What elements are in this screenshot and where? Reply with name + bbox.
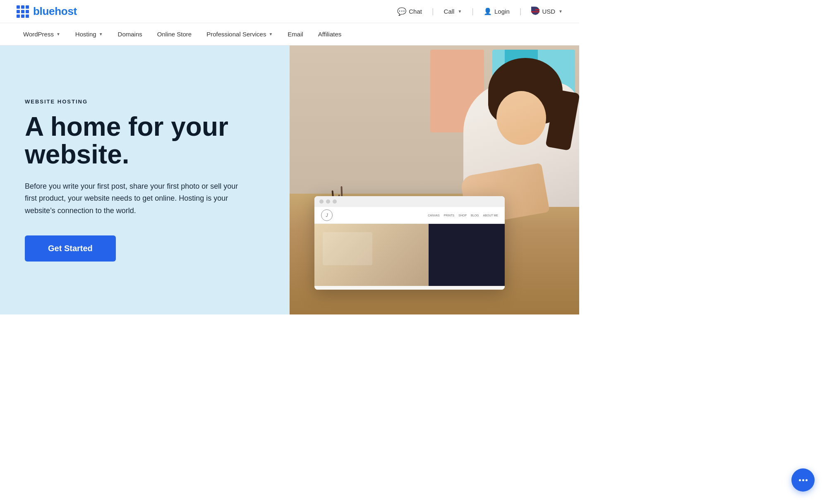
call-chevron-icon: ▼ [458,9,462,14]
hero-section: WEBSITE HOSTING A home for your website.… [0,46,579,314]
nav-affiliates[interactable]: Affiliates [312,23,348,45]
nav-hosting[interactable]: Hosting ▼ [69,23,110,45]
person-icon: 👤 [484,7,492,15]
browser-content-area [314,224,505,286]
browser-content-image [323,232,372,265]
wordpress-chevron-icon: ▼ [56,32,60,36]
browser-dot-2 [326,199,330,204]
main-nav: WordPress ▼ Hosting ▼ Domains Online Sto… [0,23,579,46]
browser-mockup: J CANVAS PRINTS SHOP BLOG ABOUT ME [314,196,505,290]
browser-nav-blog: BLOG [471,214,479,217]
browser-dot-3 [333,199,337,204]
browser-nav-links: CANVAS PRINTS SHOP BLOG ABOUT ME [428,214,498,217]
currency-label: USD [542,8,555,15]
login-link[interactable]: 👤 Login [484,7,510,15]
call-link[interactable]: Call ▼ [444,8,462,15]
chat-label: Chat [409,8,422,15]
browser-nav-about: ABOUT ME [483,214,498,217]
get-started-button[interactable]: Get Started [25,235,116,262]
nav-online-store[interactable]: Online Store [151,23,198,45]
browser-titlebar [314,196,505,207]
chat-link[interactable]: 💬 Chat [397,7,422,16]
login-label: Login [494,8,510,15]
svg-rect-3 [531,7,535,11]
nav-email[interactable]: Email [281,23,310,45]
flag-icon [531,7,539,16]
nav-professional-services[interactable]: Professional Services ▼ [200,23,279,45]
browser-site-logo: J [321,209,333,221]
browser-body: J CANVAS PRINTS SHOP BLOG ABOUT ME [314,207,505,290]
hero-title: A home for your website. [25,113,265,168]
browser-dark-panel [429,224,505,286]
svg-rect-2 [531,11,539,12]
chat-bubble-icon: 💬 [397,7,406,16]
currency-chevron-icon: ▼ [559,9,563,14]
hero-description: Before you write your first post, share … [25,180,240,217]
browser-nav-prints: PRINTS [444,214,455,217]
hosting-chevron-icon: ▼ [99,32,103,36]
separator-3: | [520,7,522,16]
top-actions: 💬 Chat | Call ▼ | 👤 Login | USD ▼ [397,7,563,16]
professional-chevron-icon: ▼ [268,32,273,36]
separator-1: | [432,7,434,16]
currency-selector[interactable]: USD ▼ [531,7,563,16]
nav-wordpress[interactable]: WordPress ▼ [17,23,67,45]
browser-nav-shop: SHOP [458,214,467,217]
top-bar: bluehost 💬 Chat | Call ▼ | 👤 Login | [0,0,579,23]
separator-2: | [472,7,474,16]
nav-domains[interactable]: Domains [111,23,149,45]
logo-grid-icon [17,5,29,18]
hero-image: J CANVAS PRINTS SHOP BLOG ABOUT ME [290,46,579,314]
browser-dot-1 [319,199,324,204]
hero-content: WEBSITE HOSTING A home for your website.… [0,46,290,314]
hero-eyebrow: WEBSITE HOSTING [25,98,265,105]
logo-text: bluehost [33,5,77,18]
logo[interactable]: bluehost [17,5,77,18]
browser-nav-canvas: CANVAS [428,214,439,217]
call-label: Call [444,8,455,15]
browser-nav-bar: J CANVAS PRINTS SHOP BLOG ABOUT ME [314,207,505,224]
